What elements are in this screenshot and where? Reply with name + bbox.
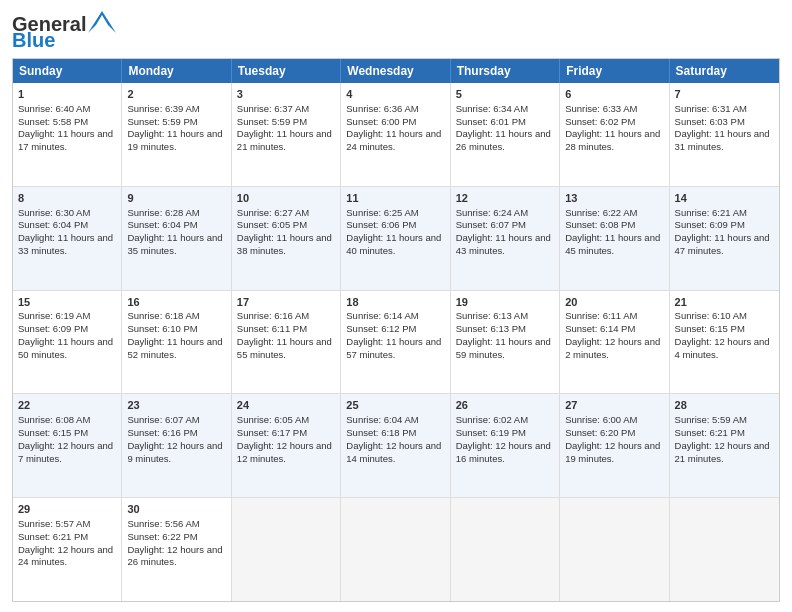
day-number: 6 <box>565 87 663 102</box>
calendar-cell <box>451 498 560 601</box>
sunset: Sunset: 6:09 PM <box>675 219 745 230</box>
day-number: 11 <box>346 191 444 206</box>
daylight: Daylight: 12 hours and 7 minutes. <box>18 440 113 464</box>
sunrise: Sunrise: 6:08 AM <box>18 414 90 425</box>
calendar-cell: 12Sunrise: 6:24 AMSunset: 6:07 PMDayligh… <box>451 187 560 290</box>
daylight: Daylight: 11 hours and 40 minutes. <box>346 232 441 256</box>
sunset: Sunset: 6:21 PM <box>18 531 88 542</box>
day-number: 29 <box>18 502 116 517</box>
day-number: 27 <box>565 398 663 413</box>
day-number: 20 <box>565 295 663 310</box>
day-number: 14 <box>675 191 774 206</box>
daylight: Daylight: 11 hours and 35 minutes. <box>127 232 222 256</box>
sunset: Sunset: 6:04 PM <box>127 219 197 230</box>
calendar-cell <box>670 498 779 601</box>
daylight: Daylight: 11 hours and 43 minutes. <box>456 232 551 256</box>
sunset: Sunset: 6:15 PM <box>675 323 745 334</box>
sunset: Sunset: 6:04 PM <box>18 219 88 230</box>
daylight: Daylight: 11 hours and 45 minutes. <box>565 232 660 256</box>
sunrise: Sunrise: 6:07 AM <box>127 414 199 425</box>
sunset: Sunset: 6:16 PM <box>127 427 197 438</box>
daylight: Daylight: 12 hours and 24 minutes. <box>18 544 113 568</box>
sunrise: Sunrise: 6:16 AM <box>237 310 309 321</box>
calendar: SundayMondayTuesdayWednesdayThursdayFrid… <box>12 58 780 602</box>
sunset: Sunset: 6:15 PM <box>18 427 88 438</box>
daylight: Daylight: 11 hours and 26 minutes. <box>456 128 551 152</box>
sunrise: Sunrise: 6:40 AM <box>18 103 90 114</box>
day-number: 16 <box>127 295 225 310</box>
calendar-cell: 9Sunrise: 6:28 AMSunset: 6:04 PMDaylight… <box>122 187 231 290</box>
day-number: 8 <box>18 191 116 206</box>
calendar-cell: 19Sunrise: 6:13 AMSunset: 6:13 PMDayligh… <box>451 291 560 394</box>
calendar-week-4: 22Sunrise: 6:08 AMSunset: 6:15 PMDayligh… <box>13 393 779 497</box>
calendar-cell: 11Sunrise: 6:25 AMSunset: 6:06 PMDayligh… <box>341 187 450 290</box>
day-number: 17 <box>237 295 335 310</box>
sunrise: Sunrise: 6:00 AM <box>565 414 637 425</box>
daylight: Daylight: 12 hours and 14 minutes. <box>346 440 441 464</box>
sunset: Sunset: 6:01 PM <box>456 116 526 127</box>
sunrise: Sunrise: 6:25 AM <box>346 207 418 218</box>
svg-marker-0 <box>88 11 116 33</box>
day-number: 4 <box>346 87 444 102</box>
sunrise: Sunrise: 6:10 AM <box>675 310 747 321</box>
sunrise: Sunrise: 6:19 AM <box>18 310 90 321</box>
sunset: Sunset: 6:09 PM <box>18 323 88 334</box>
calendar-cell: 13Sunrise: 6:22 AMSunset: 6:08 PMDayligh… <box>560 187 669 290</box>
calendar-cell: 1Sunrise: 6:40 AMSunset: 5:58 PMDaylight… <box>13 83 122 186</box>
sunset: Sunset: 6:17 PM <box>237 427 307 438</box>
calendar-cell: 28Sunrise: 5:59 AMSunset: 6:21 PMDayligh… <box>670 394 779 497</box>
sunrise: Sunrise: 6:24 AM <box>456 207 528 218</box>
calendar-cell: 3Sunrise: 6:37 AMSunset: 5:59 PMDaylight… <box>232 83 341 186</box>
sunrise: Sunrise: 5:57 AM <box>18 518 90 529</box>
sunrise: Sunrise: 5:56 AM <box>127 518 199 529</box>
daylight: Daylight: 12 hours and 26 minutes. <box>127 544 222 568</box>
sunrise: Sunrise: 6:22 AM <box>565 207 637 218</box>
header-day-friday: Friday <box>560 59 669 83</box>
day-number: 5 <box>456 87 554 102</box>
day-number: 22 <box>18 398 116 413</box>
day-number: 7 <box>675 87 774 102</box>
daylight: Daylight: 11 hours and 17 minutes. <box>18 128 113 152</box>
daylight: Daylight: 12 hours and 2 minutes. <box>565 336 660 360</box>
header-day-sunday: Sunday <box>13 59 122 83</box>
logo-blue: Blue <box>12 30 55 50</box>
sunset: Sunset: 6:18 PM <box>346 427 416 438</box>
daylight: Daylight: 11 hours and 55 minutes. <box>237 336 332 360</box>
sunrise: Sunrise: 6:27 AM <box>237 207 309 218</box>
calendar-cell: 14Sunrise: 6:21 AMSunset: 6:09 PMDayligh… <box>670 187 779 290</box>
calendar-week-1: 1Sunrise: 6:40 AMSunset: 5:58 PMDaylight… <box>13 83 779 186</box>
sunrise: Sunrise: 6:36 AM <box>346 103 418 114</box>
sunrise: Sunrise: 6:02 AM <box>456 414 528 425</box>
calendar-cell: 26Sunrise: 6:02 AMSunset: 6:19 PMDayligh… <box>451 394 560 497</box>
calendar-week-5: 29Sunrise: 5:57 AMSunset: 6:21 PMDayligh… <box>13 497 779 601</box>
daylight: Daylight: 11 hours and 28 minutes. <box>565 128 660 152</box>
calendar-cell: 22Sunrise: 6:08 AMSunset: 6:15 PMDayligh… <box>13 394 122 497</box>
logo: General Blue <box>12 14 118 50</box>
calendar-cell: 8Sunrise: 6:30 AMSunset: 6:04 PMDaylight… <box>13 187 122 290</box>
sunrise: Sunrise: 6:28 AM <box>127 207 199 218</box>
sunrise: Sunrise: 6:34 AM <box>456 103 528 114</box>
daylight: Daylight: 12 hours and 21 minutes. <box>675 440 770 464</box>
calendar-cell: 4Sunrise: 6:36 AMSunset: 6:00 PMDaylight… <box>341 83 450 186</box>
day-number: 26 <box>456 398 554 413</box>
sunrise: Sunrise: 6:18 AM <box>127 310 199 321</box>
daylight: Daylight: 12 hours and 4 minutes. <box>675 336 770 360</box>
daylight: Daylight: 12 hours and 9 minutes. <box>127 440 222 464</box>
sunset: Sunset: 6:05 PM <box>237 219 307 230</box>
logo-arrow-icon <box>88 11 118 33</box>
daylight: Daylight: 11 hours and 21 minutes. <box>237 128 332 152</box>
calendar-cell: 7Sunrise: 6:31 AMSunset: 6:03 PMDaylight… <box>670 83 779 186</box>
sunset: Sunset: 6:19 PM <box>456 427 526 438</box>
day-number: 2 <box>127 87 225 102</box>
calendar-cell: 24Sunrise: 6:05 AMSunset: 6:17 PMDayligh… <box>232 394 341 497</box>
sunrise: Sunrise: 6:33 AM <box>565 103 637 114</box>
header-day-monday: Monday <box>122 59 231 83</box>
calendar-cell: 6Sunrise: 6:33 AMSunset: 6:02 PMDaylight… <box>560 83 669 186</box>
sunrise: Sunrise: 6:14 AM <box>346 310 418 321</box>
calendar-cell: 15Sunrise: 6:19 AMSunset: 6:09 PMDayligh… <box>13 291 122 394</box>
header-day-saturday: Saturday <box>670 59 779 83</box>
sunset: Sunset: 6:14 PM <box>565 323 635 334</box>
header: General Blue <box>12 10 780 50</box>
day-number: 23 <box>127 398 225 413</box>
calendar-cell: 23Sunrise: 6:07 AMSunset: 6:16 PMDayligh… <box>122 394 231 497</box>
